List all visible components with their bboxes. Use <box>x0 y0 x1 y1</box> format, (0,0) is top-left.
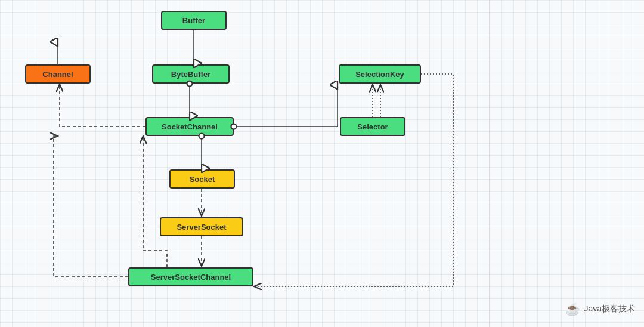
watermark-icon: ☕ <box>565 302 580 316</box>
legend-area: 接口 抽象类 Buffer 类 Socket 继承 实现 方法调用 <box>489 0 644 327</box>
box-bytebuffer: ByteBuffer <box>152 64 230 84</box>
diagram-area: Buffer Channel ByteBuffer SelectionKey S… <box>0 0 489 327</box>
box-selectionkey: SelectionKey <box>339 64 421 84</box>
box-socket: Socket <box>169 169 235 189</box>
box-channel: Channel <box>25 64 91 84</box>
box-serversocketchannel: ServerSocketChannel <box>128 267 253 286</box>
box-serversocket: ServerSocket <box>160 217 243 236</box>
box-selector: Selector <box>340 117 405 136</box>
box-socketchannel: SocketChannel <box>145 117 234 136</box>
box-buffer: Buffer <box>161 11 227 30</box>
watermark-text: Java极客技术 <box>584 304 635 314</box>
watermark: ☕ Java极客技术 <box>565 302 635 316</box>
